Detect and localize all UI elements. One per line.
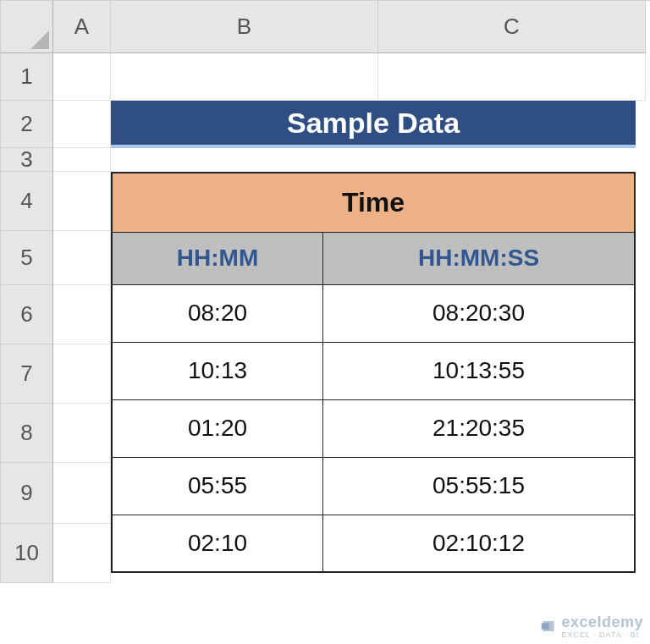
cell-hhmm[interactable]: 10:13: [112, 342, 323, 399]
cell-B1[interactable]: [111, 53, 378, 101]
table-subheader-hhmmss[interactable]: HH:MM:SS: [323, 232, 635, 284]
cell-hhmm[interactable]: 01:20: [112, 399, 323, 457]
column-header-C[interactable]: C: [378, 1, 646, 53]
row-header-9[interactable]: 9: [1, 463, 53, 524]
excel-logo-icon: [541, 619, 556, 634]
row-header-10[interactable]: 10: [1, 524, 53, 583]
spreadsheet-grid: A B C 1 2 Sample Data Time HH:MM HH:MM:S…: [0, 0, 650, 583]
row-header-2[interactable]: 2: [1, 101, 53, 148]
row-header-4[interactable]: 4: [1, 172, 53, 231]
table-header-time[interactable]: Time: [112, 173, 635, 232]
cell-A9[interactable]: [53, 463, 111, 524]
cell-hhmm[interactable]: 08:20: [112, 284, 323, 342]
cell-hhmmss[interactable]: 08:20:30: [323, 284, 635, 342]
watermark-brand: exceldemy: [561, 614, 643, 631]
row-header-7[interactable]: 7: [1, 344, 53, 404]
row-header-5[interactable]: 5: [1, 231, 53, 285]
watermark: exceldemy EXCEL · DATA · BI: [541, 614, 643, 639]
table-row: 02:10 02:10:12: [112, 515, 635, 572]
table-row: 08:20 08:20:30: [112, 284, 635, 342]
cell-hhmm[interactable]: 02:10: [112, 515, 323, 572]
cell-C1[interactable]: [378, 53, 646, 101]
column-header-B[interactable]: B: [111, 1, 378, 53]
cell-A6[interactable]: [53, 285, 111, 344]
row-header-1[interactable]: 1: [1, 53, 53, 101]
watermark-tagline: EXCEL · DATA · BI: [561, 631, 643, 639]
table-row: 05:55 05:55:15: [112, 457, 635, 515]
cell-hhmmss[interactable]: 10:13:55: [323, 342, 635, 399]
cell-A8[interactable]: [53, 404, 111, 463]
cell-A3[interactable]: [53, 148, 111, 172]
row-header-6[interactable]: 6: [1, 285, 53, 344]
cell-A4[interactable]: [53, 172, 111, 231]
cell-hhmm[interactable]: 05:55: [112, 457, 323, 515]
title-text: Sample Data: [287, 107, 460, 140]
title-bar: Sample Data: [111, 101, 636, 148]
data-table: Time HH:MM HH:MM:SS 08:20 08:20:30 10:13…: [111, 172, 636, 573]
row-header-3[interactable]: 3: [1, 148, 53, 172]
row-header-8[interactable]: 8: [1, 404, 53, 463]
svg-marker-0: [30, 30, 49, 49]
watermark-text: exceldemy EXCEL · DATA · BI: [561, 614, 643, 639]
cell-A2[interactable]: [53, 101, 111, 148]
cell-hhmmss[interactable]: 05:55:15: [323, 457, 635, 515]
table-row: 01:20 21:20:35: [112, 399, 635, 457]
cell-A7[interactable]: [53, 344, 111, 404]
cell-hhmmss[interactable]: 02:10:12: [323, 515, 635, 572]
table-row: 10:13 10:13:55: [112, 342, 635, 399]
cell-hhmmss[interactable]: 21:20:35: [323, 399, 635, 457]
cell-A10[interactable]: [53, 524, 111, 583]
select-all-corner[interactable]: [1, 1, 53, 53]
cell-A5[interactable]: [53, 231, 111, 285]
cell-A1[interactable]: [53, 53, 111, 101]
table-subheader-hhmm[interactable]: HH:MM: [112, 232, 323, 284]
select-all-triangle-icon: [30, 30, 49, 49]
svg-rect-2: [542, 623, 549, 630]
content-area: Sample Data Time HH:MM HH:MM:SS 08:20 08…: [111, 101, 646, 583]
column-header-A[interactable]: A: [53, 1, 111, 53]
